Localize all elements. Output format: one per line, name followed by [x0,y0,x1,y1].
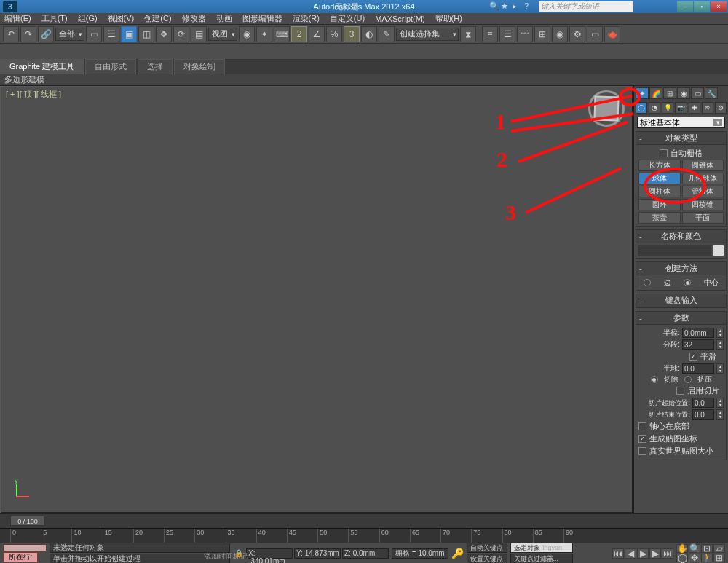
menu-animation[interactable]: 动画 [216,13,232,24]
menu-maxscript[interactable]: MAXScript(M) [375,15,424,23]
modify-tab[interactable]: 🌈 [649,87,662,99]
key-bar[interactable] [3,544,47,551]
keyboard-shortcut-button[interactable]: ⌨ [274,26,290,42]
viewport-label[interactable]: [ + ][ 顶 ][ 线框 ] [6,89,61,100]
create-tab[interactable]: ✦ [636,87,649,99]
rollout-creation-method-header[interactable]: 创建方法 [636,262,726,275]
help-search-input[interactable]: 键入关键字或短语 [539,1,633,12]
motion-tab[interactable]: ◉ [677,87,690,99]
snap-angle-button[interactable]: ∠ [309,26,325,42]
time-slider-bar[interactable]: 0 / 100 [0,513,728,528]
chop-radio[interactable] [651,376,658,383]
play-button[interactable]: ▶ [637,548,649,559]
select-button[interactable]: ▭ [86,26,102,42]
named-selection-dropdown[interactable]: 创建选择集 [396,28,459,41]
rect-select-region-button[interactable]: ▣ [121,26,137,42]
material-editor-button[interactable]: ◉ [552,26,568,42]
snap-3d-button[interactable]: 3 [344,26,360,42]
minimize-button[interactable]: – [677,1,693,12]
menu-edit[interactable]: 编辑(E) [4,13,31,24]
lights-tab[interactable]: 💡 [662,102,673,114]
snap-2d-button[interactable]: 2 [291,26,307,42]
menu-help[interactable]: 帮助(H) [435,13,462,24]
time-slider-handle[interactable]: 0 / 100 [10,516,45,526]
menu-modifiers[interactable]: 修改器 [182,13,206,24]
base-pivot-checkbox[interactable] [638,422,646,430]
rollout-parameters-header[interactable]: 参数 [636,312,726,325]
zoom-extents-button[interactable]: ⊡ [701,544,713,553]
selection-filter-dropdown[interactable]: 全部 [55,28,84,41]
rollout-name-color-header[interactable]: 名称和颜色 [636,230,726,243]
cylinder-button[interactable]: 圆柱体 [638,186,681,197]
tube-button[interactable]: 管状体 [682,186,724,197]
walk-button[interactable]: 🚶 [701,554,713,562]
pan-button[interactable]: ✋ [676,544,688,553]
orbit-button[interactable]: ◯ [676,554,688,562]
zoom-button[interactable]: 🔍 [689,544,700,553]
hemisphere-spin-arrows[interactable]: ▴▾ [716,363,724,374]
goto-line-button[interactable]: 所在行: [3,552,38,562]
move-button[interactable]: ✥ [156,26,172,42]
undo-button[interactable]: ↶ [3,26,19,42]
plane-button[interactable]: 平面 [682,212,724,224]
segments-spinner[interactable]: 32 [682,339,714,350]
redo-button[interactable]: ↷ [20,26,36,42]
squash-radio[interactable] [684,376,692,383]
pan-view-button[interactable]: ✥ [689,554,700,562]
real-world-checkbox[interactable] [638,447,646,455]
ribbon-tab-freeform[interactable]: 自由形式 [85,59,136,74]
menu-rendering[interactable]: 渲染(R) [293,13,320,24]
manipulate-button[interactable]: ✦ [256,26,272,42]
help-icon[interactable]: ? [524,1,534,12]
geometry-category-dropdown[interactable]: 标准基本体 [637,117,725,128]
center-radio[interactable] [684,279,691,286]
render-frame-button[interactable]: ▭ [587,26,603,42]
menu-views[interactable]: 视图(V) [108,13,135,24]
object-name-input[interactable] [638,245,711,256]
fov-button[interactable]: ▱ [713,544,725,553]
pyramid-button[interactable]: 四棱锥 [682,199,724,210]
schematic-view-button[interactable]: ⊞ [534,26,550,42]
prev-frame-button[interactable]: ◀ [625,548,636,559]
next-frame-button[interactable]: ▶ [649,548,661,559]
layers-button[interactable]: ☰ [499,26,515,42]
link-button[interactable]: 🔗 [38,26,54,42]
autogrid-checkbox[interactable] [660,149,668,157]
snap-percent-button[interactable]: % [326,26,342,42]
radius-spin-arrows[interactable]: ▴▾ [716,328,724,338]
selected-obj-dropdown[interactable]: 选定对象jingyan [510,543,573,553]
add-time-tag-label[interactable]: 添加时间标记 [204,551,248,562]
systems-tab[interactable]: ⚙ [715,102,727,114]
menu-customize[interactable]: 自定义(U) [330,13,365,24]
ribbon-tab-selection[interactable]: 选择 [138,59,173,74]
goto-end-button[interactable]: ⏭ [662,548,673,559]
menu-create[interactable]: 创建(C) [144,13,171,24]
goto-start-button[interactable]: ⏮ [612,548,624,559]
sphere-button[interactable]: 球体 [638,173,681,184]
geometry-tab[interactable]: ◯ [636,102,647,114]
slice-on-checkbox[interactable] [676,387,684,395]
close-button[interactable]: × [711,1,727,12]
utilities-tab[interactable]: 🔧 [705,87,718,99]
slice-from-spin-arrows[interactable]: ▴▾ [716,398,724,408]
radius-spinner[interactable]: 0.0mm [682,328,714,338]
edge-radio[interactable] [644,279,651,286]
cone-button[interactable]: 圆锥体 [682,160,724,171]
menu-tools[interactable]: 工具(T) [41,13,68,24]
render-setup-button[interactable]: ⚙ [569,26,585,42]
helpers-tab[interactable]: ✚ [689,102,700,114]
cameras-tab[interactable]: 📷 [675,102,687,114]
sign-in-icon[interactable]: ▸ [513,1,523,12]
key-filters-button[interactable]: 关键点过滤器... [510,554,573,563]
coord-y-input[interactable]: Y: 14.873mm [294,548,341,559]
slice-to-spinner[interactable]: 0.0 [692,409,714,420]
key-icon[interactable]: 🔑 [451,548,464,559]
curve-editor-button[interactable]: 〰 [517,26,533,42]
render-button[interactable]: 🫖 [604,26,620,42]
gen-uvw-checkbox[interactable]: ✓ [638,435,646,443]
slice-to-spin-arrows[interactable]: ▴▾ [716,409,724,420]
set-key-button[interactable]: 设置关键点 [467,554,507,563]
search-icon[interactable]: 🔍 [489,1,499,12]
ribbon-tab-object-paint[interactable]: 对象绘制 [174,59,225,74]
spinner-snap-button[interactable]: ◐ [361,26,377,42]
